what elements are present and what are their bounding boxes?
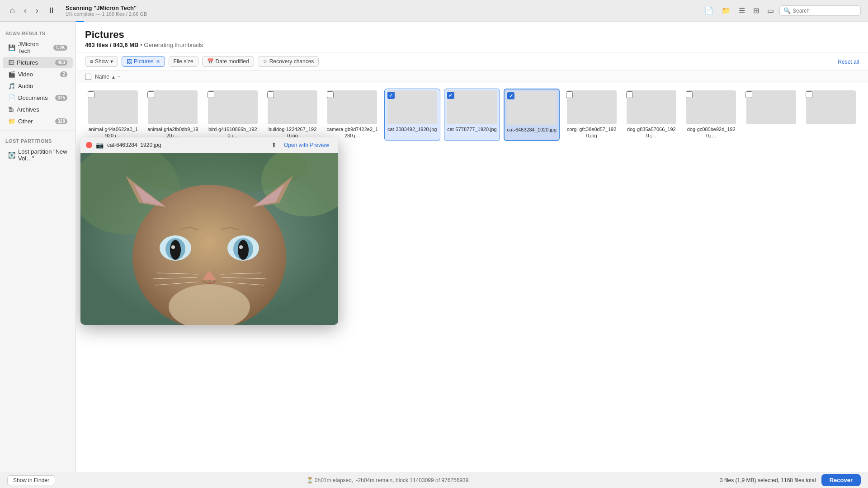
sort-options-icon: ≡ xyxy=(118,75,120,80)
list-item[interactable]: bulldog-1224267_1920.jpg xyxy=(264,89,321,141)
show-filter-button[interactable]: ≡ Show ▾ xyxy=(85,56,118,67)
thumbnail xyxy=(327,90,377,124)
scan-subtitle: 1% complete — 1 169 files / 2,66 GB xyxy=(66,11,698,17)
list-item[interactable]: bird-g41610866b_1920.j… xyxy=(205,89,261,141)
preview-svg xyxy=(80,153,338,325)
calendar-icon: 📅 xyxy=(207,58,214,65)
recovery-chances-filter-button[interactable]: ☆ Recovery chances xyxy=(258,56,319,67)
grid-view-icon[interactable]: ⊞ xyxy=(750,5,762,17)
sidebar-item-pictures[interactable]: 🖼 Pictures 463 xyxy=(3,57,73,68)
sidebar-divider xyxy=(0,131,75,131)
list-view-icon[interactable]: ☰ xyxy=(736,5,748,17)
pause-button[interactable]: ⏸ xyxy=(45,4,58,17)
thumbnail xyxy=(387,90,437,124)
sidebar-item-other[interactable]: 📁 Other 328 xyxy=(3,116,73,127)
sidebar-item-archives[interactable]: 🗜 Archives xyxy=(3,104,73,115)
sidebar-item-video[interactable]: 🎬 Video 2 xyxy=(3,69,73,80)
list-item[interactable]: ✓ cat-6463284_1920.jpg xyxy=(504,89,560,141)
sidebar-item-lost-partition[interactable]: 💽 Lost partition "New Vol…" xyxy=(3,146,73,164)
item-checkbox[interactable] xyxy=(745,91,752,98)
forward-button[interactable]: › xyxy=(33,4,41,17)
sidebar-item-label: Archives xyxy=(17,106,67,113)
home-button[interactable]: ⌂ xyxy=(7,4,18,17)
select-all-checkbox[interactable] xyxy=(85,74,91,80)
preview-close-button[interactable] xyxy=(86,142,92,148)
file-count: 463 files / 843,6 MB xyxy=(85,42,139,48)
item-filename: dog-gc080be92d_1920.j… xyxy=(685,126,737,139)
drive-icon: 💾 xyxy=(8,44,15,51)
item-checkbox[interactable] xyxy=(327,91,334,98)
list-item[interactable]: dog-g835a57066_1920.j… xyxy=(623,89,679,141)
item-checkbox[interactable] xyxy=(267,91,274,98)
thumbnail xyxy=(208,90,258,124)
sidebar-item-documents[interactable]: 📄 Documents 375 xyxy=(3,92,73,103)
content-subtitle: 463 files / 843,6 MB • Generating thumbn… xyxy=(85,42,859,48)
item-checkbox[interactable] xyxy=(806,91,812,98)
chevron-down-icon: ▾ xyxy=(110,58,113,65)
preview-image xyxy=(80,153,338,325)
back-button[interactable]: ‹ xyxy=(21,4,29,17)
list-item[interactable] xyxy=(743,89,799,141)
preview-image-area xyxy=(80,153,338,325)
filter-bar: ≡ Show ▾ 🖼 Pictures × File size 📅 Date m… xyxy=(76,52,868,71)
item-filename: cat-6463284_1920.jpg xyxy=(507,127,557,133)
item-checkbox[interactable] xyxy=(686,91,693,98)
item-checkbox[interactable] xyxy=(88,91,94,98)
svg-point-16 xyxy=(239,245,243,249)
scan-title: Scanning "JMicron Tech" xyxy=(66,5,698,11)
pictures-filter-tag[interactable]: 🖼 Pictures × xyxy=(122,56,165,67)
status-bar-right: 3 files (1,9 MB) selected, 1168 files to… xyxy=(720,474,861,486)
new-file-icon[interactable]: 📄 xyxy=(702,5,716,17)
spinner-icon: ⏳ xyxy=(307,477,313,483)
documents-icon: 📄 xyxy=(8,94,15,101)
list-item[interactable]: camera-gb9d7422e2_1280.j… xyxy=(324,89,380,141)
content-area: Pictures 463 files / 843,6 MB • Generati… xyxy=(76,22,868,472)
sort-bar: Name ▲ ≡ xyxy=(76,71,868,83)
file-size-filter-button[interactable]: File size xyxy=(169,56,198,67)
preview-modal-header: 📷 cat-6463284_1920.jpg ⬆ Open with Previ… xyxy=(80,137,338,153)
sidebar: Scan results 💾 JMicron Tech 1,2K 🖼 Pictu… xyxy=(0,22,76,472)
content-header: Pictures 463 files / 843,6 MB • Generati… xyxy=(76,22,868,52)
list-item[interactable]: ✓ cat-2083492_1920.jpg xyxy=(384,89,440,141)
folder-icon[interactable]: 📁 xyxy=(719,5,733,17)
archives-icon: 🗜 xyxy=(8,106,14,113)
list-item[interactable]: dog-gc080be92d_1920.j… xyxy=(683,89,739,141)
panel-icon[interactable]: ▭ xyxy=(764,5,777,17)
sidebar-item-jmicron-tech[interactable]: 💾 JMicron Tech 1,2K xyxy=(3,38,73,56)
list-item[interactable]: ✓ cat-5778777_1920.jpg xyxy=(444,89,500,141)
sidebar-item-label: Documents xyxy=(18,94,52,101)
video-badge: 2 xyxy=(60,71,67,77)
open-with-preview-button[interactable]: Open with Preview xyxy=(280,141,333,149)
item-checkbox[interactable] xyxy=(147,91,154,98)
search-box: 🔍 xyxy=(779,5,861,16)
filter-bar-right: Reset all xyxy=(838,58,859,65)
date-modified-filter-button[interactable]: 📅 Date modified xyxy=(202,56,254,67)
checkmark: ✓ xyxy=(507,92,514,99)
generating-status: Generating thumbnails xyxy=(144,42,203,48)
search-input[interactable] xyxy=(793,8,857,14)
item-checkbox[interactable] xyxy=(626,91,633,98)
sidebar-item-label: Video xyxy=(18,71,57,78)
list-item[interactable] xyxy=(803,89,859,141)
recover-button[interactable]: Recover xyxy=(821,474,861,486)
preview-share-button[interactable]: ⬆ xyxy=(271,141,277,149)
list-item[interactable]: animal-g4a2fb0db9_1920.j… xyxy=(145,89,201,141)
item-checkbox[interactable] xyxy=(566,91,573,98)
star-icon: ☆ xyxy=(263,58,268,65)
list-item[interactable]: corgi-gfc38e0d57_1920.jpg xyxy=(563,89,619,141)
close-icon[interactable]: × xyxy=(156,58,160,65)
sidebar-item-label: Audio xyxy=(18,83,67,89)
show-in-finder-button[interactable]: Show in Finder xyxy=(7,475,55,485)
lost-partition-icon: 💽 xyxy=(8,152,15,159)
item-checkbox[interactable] xyxy=(208,91,214,98)
reset-all-button[interactable]: Reset all xyxy=(838,59,859,65)
item-filename: corgi-gfc38e0d57_1920.jpg xyxy=(566,126,618,139)
toolbar-right: 📄 📁 ☰ ⊞ ▭ 🔍 xyxy=(702,5,861,17)
jmicron-badge: 1,2K xyxy=(53,45,67,51)
sidebar-item-audio[interactable]: 🎵 Audio xyxy=(3,80,73,92)
preview-file-icon: 📷 xyxy=(96,141,104,149)
sidebar-item-label: Other xyxy=(18,118,52,125)
list-item[interactable]: animal-g44a0622a0_1920.j… xyxy=(85,89,141,141)
svg-point-15 xyxy=(171,245,175,249)
sort-label[interactable]: Name ▲ ≡ xyxy=(95,74,120,80)
